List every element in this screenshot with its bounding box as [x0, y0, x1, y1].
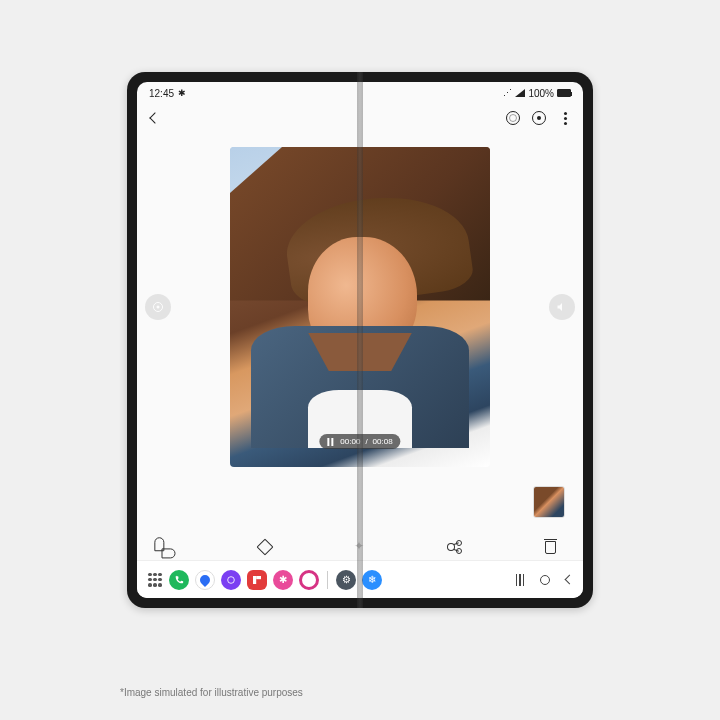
settings-app-icon[interactable]: ⚙: [336, 570, 356, 590]
svg-point-1: [157, 306, 160, 309]
gallery-header: [137, 104, 583, 132]
battery-icon: [557, 89, 571, 97]
taskbar-divider: [327, 571, 328, 589]
battery-text: 100%: [528, 88, 554, 99]
edit-button[interactable]: [256, 538, 274, 556]
signal-icon: [515, 89, 525, 97]
nav-back-button[interactable]: [565, 575, 575, 585]
media-viewer[interactable]: 00:00 / 00:08: [137, 132, 583, 482]
main-image[interactable]: 00:00 / 00:08: [230, 147, 490, 467]
volume-button[interactable]: [549, 294, 575, 320]
nav-recents-button[interactable]: [516, 574, 525, 586]
browser-app-icon[interactable]: [221, 570, 241, 590]
svg-rect-4: [256, 576, 261, 579]
next-media-thumbnail[interactable]: [533, 486, 565, 518]
svg-rect-3: [253, 576, 256, 584]
apps-grid-button[interactable]: [147, 572, 163, 588]
taskbar: ✱ ⚙ ❄: [137, 560, 583, 598]
camera-app-icon[interactable]: [299, 570, 319, 590]
playback-total-time: 00:08: [373, 437, 393, 446]
delete-button[interactable]: [541, 538, 559, 556]
status-time: 12:45: [149, 88, 174, 99]
video-progress-pill[interactable]: 00:00 / 00:08: [319, 434, 400, 449]
media-actions-bar: [137, 538, 583, 556]
ai-enhance-button[interactable]: [351, 538, 369, 556]
share-button[interactable]: [446, 538, 464, 556]
svg-point-2: [228, 576, 235, 583]
signal-small-icon: ⋰: [503, 88, 512, 98]
gallery-app-icon[interactable]: ✱: [273, 570, 293, 590]
status-bar: 12:45 ✱ ⋰ 100%: [137, 82, 583, 104]
snowflake-icon: ✱: [178, 88, 186, 98]
nav-home-button[interactable]: [540, 575, 550, 585]
pause-icon[interactable]: [327, 438, 335, 446]
back-button[interactable]: [147, 110, 163, 126]
more-options-button[interactable]: [557, 110, 573, 126]
flipboard-app-icon[interactable]: [247, 570, 267, 590]
remaster-icon[interactable]: [505, 110, 521, 126]
disclaimer-text: *Image simulated for illustrative purpos…: [120, 687, 303, 698]
messages-app-icon[interactable]: [195, 570, 215, 590]
foldable-device-frame: 12:45 ✱ ⋰ 100%: [127, 72, 593, 608]
motion-photo-button[interactable]: [145, 294, 171, 320]
phone-app-icon[interactable]: [169, 570, 189, 590]
playback-current-time: 00:00: [340, 437, 360, 446]
favorite-button[interactable]: [161, 538, 179, 556]
quickshare-app-icon[interactable]: ❄: [362, 570, 382, 590]
playback-separator: /: [365, 437, 367, 446]
bixby-vision-icon[interactable]: [531, 110, 547, 126]
screen: 12:45 ✱ ⋰ 100%: [137, 82, 583, 598]
